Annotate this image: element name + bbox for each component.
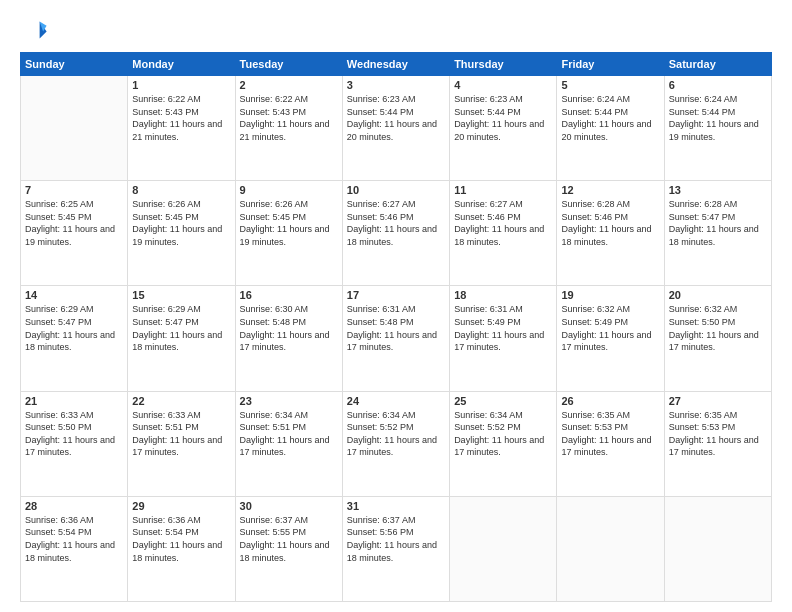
calendar-cell: 1Sunrise: 6:22 AMSunset: 5:43 PMDaylight… bbox=[128, 76, 235, 181]
calendar-cell: 14Sunrise: 6:29 AMSunset: 5:47 PMDayligh… bbox=[21, 286, 128, 391]
calendar-cell: 22Sunrise: 6:33 AMSunset: 5:51 PMDayligh… bbox=[128, 391, 235, 496]
calendar-cell bbox=[21, 76, 128, 181]
day-number: 9 bbox=[240, 184, 338, 196]
calendar-cell: 31Sunrise: 6:37 AMSunset: 5:56 PMDayligh… bbox=[342, 496, 449, 601]
calendar-cell: 24Sunrise: 6:34 AMSunset: 5:52 PMDayligh… bbox=[342, 391, 449, 496]
cell-info: Sunrise: 6:25 AMSunset: 5:45 PMDaylight:… bbox=[25, 198, 123, 248]
day-number: 17 bbox=[347, 289, 445, 301]
day-number: 19 bbox=[561, 289, 659, 301]
calendar-cell: 27Sunrise: 6:35 AMSunset: 5:53 PMDayligh… bbox=[664, 391, 771, 496]
cell-info: Sunrise: 6:27 AMSunset: 5:46 PMDaylight:… bbox=[347, 198, 445, 248]
cell-info: Sunrise: 6:26 AMSunset: 5:45 PMDaylight:… bbox=[240, 198, 338, 248]
weekday-header-thursday: Thursday bbox=[450, 53, 557, 76]
day-number: 31 bbox=[347, 500, 445, 512]
calendar-week-1: 1Sunrise: 6:22 AMSunset: 5:43 PMDaylight… bbox=[21, 76, 772, 181]
calendar-cell: 19Sunrise: 6:32 AMSunset: 5:49 PMDayligh… bbox=[557, 286, 664, 391]
day-number: 24 bbox=[347, 395, 445, 407]
day-number: 10 bbox=[347, 184, 445, 196]
weekday-header-sunday: Sunday bbox=[21, 53, 128, 76]
header bbox=[20, 16, 772, 44]
day-number: 20 bbox=[669, 289, 767, 301]
calendar-week-5: 28Sunrise: 6:36 AMSunset: 5:54 PMDayligh… bbox=[21, 496, 772, 601]
cell-info: Sunrise: 6:23 AMSunset: 5:44 PMDaylight:… bbox=[347, 93, 445, 143]
cell-info: Sunrise: 6:31 AMSunset: 5:48 PMDaylight:… bbox=[347, 303, 445, 353]
day-number: 27 bbox=[669, 395, 767, 407]
calendar-cell: 16Sunrise: 6:30 AMSunset: 5:48 PMDayligh… bbox=[235, 286, 342, 391]
day-number: 3 bbox=[347, 79, 445, 91]
cell-info: Sunrise: 6:36 AMSunset: 5:54 PMDaylight:… bbox=[25, 514, 123, 564]
calendar-cell: 23Sunrise: 6:34 AMSunset: 5:51 PMDayligh… bbox=[235, 391, 342, 496]
day-number: 8 bbox=[132, 184, 230, 196]
day-number: 12 bbox=[561, 184, 659, 196]
cell-info: Sunrise: 6:29 AMSunset: 5:47 PMDaylight:… bbox=[132, 303, 230, 353]
page: SundayMondayTuesdayWednesdayThursdayFrid… bbox=[0, 0, 792, 612]
calendar-cell: 30Sunrise: 6:37 AMSunset: 5:55 PMDayligh… bbox=[235, 496, 342, 601]
calendar-cell: 13Sunrise: 6:28 AMSunset: 5:47 PMDayligh… bbox=[664, 181, 771, 286]
cell-info: Sunrise: 6:34 AMSunset: 5:51 PMDaylight:… bbox=[240, 409, 338, 459]
calendar-cell: 10Sunrise: 6:27 AMSunset: 5:46 PMDayligh… bbox=[342, 181, 449, 286]
calendar-header: SundayMondayTuesdayWednesdayThursdayFrid… bbox=[21, 53, 772, 76]
weekday-header-tuesday: Tuesday bbox=[235, 53, 342, 76]
day-number: 7 bbox=[25, 184, 123, 196]
cell-info: Sunrise: 6:33 AMSunset: 5:51 PMDaylight:… bbox=[132, 409, 230, 459]
cell-info: Sunrise: 6:33 AMSunset: 5:50 PMDaylight:… bbox=[25, 409, 123, 459]
cell-info: Sunrise: 6:24 AMSunset: 5:44 PMDaylight:… bbox=[669, 93, 767, 143]
calendar-week-4: 21Sunrise: 6:33 AMSunset: 5:50 PMDayligh… bbox=[21, 391, 772, 496]
calendar-cell: 11Sunrise: 6:27 AMSunset: 5:46 PMDayligh… bbox=[450, 181, 557, 286]
calendar-cell: 6Sunrise: 6:24 AMSunset: 5:44 PMDaylight… bbox=[664, 76, 771, 181]
calendar-cell bbox=[664, 496, 771, 601]
day-number: 11 bbox=[454, 184, 552, 196]
calendar-cell: 29Sunrise: 6:36 AMSunset: 5:54 PMDayligh… bbox=[128, 496, 235, 601]
calendar-cell: 12Sunrise: 6:28 AMSunset: 5:46 PMDayligh… bbox=[557, 181, 664, 286]
calendar-cell: 9Sunrise: 6:26 AMSunset: 5:45 PMDaylight… bbox=[235, 181, 342, 286]
cell-info: Sunrise: 6:35 AMSunset: 5:53 PMDaylight:… bbox=[561, 409, 659, 459]
day-number: 25 bbox=[454, 395, 552, 407]
cell-info: Sunrise: 6:23 AMSunset: 5:44 PMDaylight:… bbox=[454, 93, 552, 143]
day-number: 13 bbox=[669, 184, 767, 196]
calendar-body: 1Sunrise: 6:22 AMSunset: 5:43 PMDaylight… bbox=[21, 76, 772, 602]
calendar-cell: 5Sunrise: 6:24 AMSunset: 5:44 PMDaylight… bbox=[557, 76, 664, 181]
calendar-cell: 15Sunrise: 6:29 AMSunset: 5:47 PMDayligh… bbox=[128, 286, 235, 391]
cell-info: Sunrise: 6:28 AMSunset: 5:46 PMDaylight:… bbox=[561, 198, 659, 248]
cell-info: Sunrise: 6:37 AMSunset: 5:55 PMDaylight:… bbox=[240, 514, 338, 564]
calendar-table: SundayMondayTuesdayWednesdayThursdayFrid… bbox=[20, 52, 772, 602]
cell-info: Sunrise: 6:24 AMSunset: 5:44 PMDaylight:… bbox=[561, 93, 659, 143]
cell-info: Sunrise: 6:34 AMSunset: 5:52 PMDaylight:… bbox=[454, 409, 552, 459]
day-number: 16 bbox=[240, 289, 338, 301]
calendar-cell: 7Sunrise: 6:25 AMSunset: 5:45 PMDaylight… bbox=[21, 181, 128, 286]
calendar-cell: 20Sunrise: 6:32 AMSunset: 5:50 PMDayligh… bbox=[664, 286, 771, 391]
calendar-cell: 21Sunrise: 6:33 AMSunset: 5:50 PMDayligh… bbox=[21, 391, 128, 496]
calendar-cell: 17Sunrise: 6:31 AMSunset: 5:48 PMDayligh… bbox=[342, 286, 449, 391]
weekday-header-wednesday: Wednesday bbox=[342, 53, 449, 76]
day-number: 15 bbox=[132, 289, 230, 301]
weekday-header-row: SundayMondayTuesdayWednesdayThursdayFrid… bbox=[21, 53, 772, 76]
cell-info: Sunrise: 6:37 AMSunset: 5:56 PMDaylight:… bbox=[347, 514, 445, 564]
weekday-header-friday: Friday bbox=[557, 53, 664, 76]
day-number: 5 bbox=[561, 79, 659, 91]
day-number: 21 bbox=[25, 395, 123, 407]
cell-info: Sunrise: 6:22 AMSunset: 5:43 PMDaylight:… bbox=[240, 93, 338, 143]
day-number: 4 bbox=[454, 79, 552, 91]
calendar-cell: 25Sunrise: 6:34 AMSunset: 5:52 PMDayligh… bbox=[450, 391, 557, 496]
calendar-cell: 18Sunrise: 6:31 AMSunset: 5:49 PMDayligh… bbox=[450, 286, 557, 391]
weekday-header-monday: Monday bbox=[128, 53, 235, 76]
calendar-cell: 28Sunrise: 6:36 AMSunset: 5:54 PMDayligh… bbox=[21, 496, 128, 601]
calendar-cell: 4Sunrise: 6:23 AMSunset: 5:44 PMDaylight… bbox=[450, 76, 557, 181]
logo bbox=[20, 16, 52, 44]
day-number: 14 bbox=[25, 289, 123, 301]
cell-info: Sunrise: 6:27 AMSunset: 5:46 PMDaylight:… bbox=[454, 198, 552, 248]
logo-icon bbox=[20, 16, 48, 44]
day-number: 22 bbox=[132, 395, 230, 407]
calendar-week-3: 14Sunrise: 6:29 AMSunset: 5:47 PMDayligh… bbox=[21, 286, 772, 391]
day-number: 26 bbox=[561, 395, 659, 407]
calendar-cell: 2Sunrise: 6:22 AMSunset: 5:43 PMDaylight… bbox=[235, 76, 342, 181]
calendar-cell: 8Sunrise: 6:26 AMSunset: 5:45 PMDaylight… bbox=[128, 181, 235, 286]
day-number: 2 bbox=[240, 79, 338, 91]
cell-info: Sunrise: 6:36 AMSunset: 5:54 PMDaylight:… bbox=[132, 514, 230, 564]
calendar-cell: 3Sunrise: 6:23 AMSunset: 5:44 PMDaylight… bbox=[342, 76, 449, 181]
calendar-cell: 26Sunrise: 6:35 AMSunset: 5:53 PMDayligh… bbox=[557, 391, 664, 496]
day-number: 18 bbox=[454, 289, 552, 301]
day-number: 6 bbox=[669, 79, 767, 91]
cell-info: Sunrise: 6:29 AMSunset: 5:47 PMDaylight:… bbox=[25, 303, 123, 353]
cell-info: Sunrise: 6:28 AMSunset: 5:47 PMDaylight:… bbox=[669, 198, 767, 248]
